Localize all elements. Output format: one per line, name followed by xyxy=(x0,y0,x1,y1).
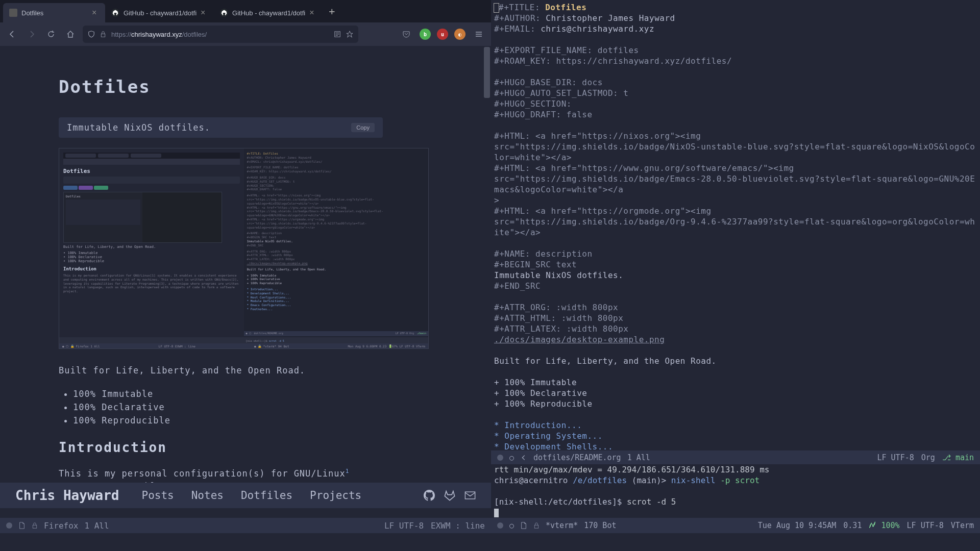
nav-brand[interactable]: Chris Hayward xyxy=(15,488,119,503)
page-content: Dotfiles Immutable NixOS dotfiles. Copy … xyxy=(0,46,491,508)
position: 170 Bot xyxy=(584,521,616,530)
tab-github-2[interactable]: GitHub - chayward1/dotfi × xyxy=(214,3,323,22)
tab-title: GitHub - chayward1/dotfi xyxy=(232,9,305,17)
section-heading: Introduction xyxy=(59,440,383,455)
home-button[interactable] xyxy=(63,27,78,41)
forward-button[interactable] xyxy=(24,27,39,41)
file-icon xyxy=(520,522,527,529)
extension-ublock-icon[interactable]: u xyxy=(437,29,448,40)
reader-icon[interactable] xyxy=(334,31,341,38)
gitlab-icon[interactable] xyxy=(444,490,455,501)
svg-rect-3 xyxy=(33,525,37,528)
major-mode: Org xyxy=(921,453,935,462)
vterm-buffer[interactable]: rtt min/avg/max/mdev = 49.294/186.651/36… xyxy=(491,464,980,518)
file-icon xyxy=(18,522,26,529)
svg-rect-2 xyxy=(465,492,475,499)
load-avg: 0.31 xyxy=(843,521,862,530)
screenshot-image: Dotfiles Dotfiles Built for Life, Libert… xyxy=(59,148,429,349)
feature-list: 100% Immutable 100% Declarative 100% Rep… xyxy=(59,389,383,425)
git-branch: ⎇ main xyxy=(942,453,974,462)
browser-tabs: Dotfiles × GitHub - chayward1/dotfi × Gi… xyxy=(0,0,491,22)
url-bar[interactable]: https://chrishayward.xyz/dotfiles/ xyxy=(83,26,358,43)
modeline-right: ○ *vterm* 170 Bot Tue Aug 10 9:45AM 0.31… xyxy=(491,518,980,533)
code-block: Immutable NixOS dotfiles. Copy xyxy=(59,117,383,138)
browser-toolbar: https://chrishayward.xyz/dotfiles/ b u ◐ xyxy=(0,22,491,46)
url-text: https://chrishayward.xyz/dotfiles/ xyxy=(111,31,207,38)
page-title: Dotfiles xyxy=(59,77,383,97)
status-dot-icon xyxy=(6,522,12,529)
nav-projects[interactable]: Projects xyxy=(310,489,361,502)
close-icon[interactable]: × xyxy=(201,9,208,16)
encoding: LF UTF-8 xyxy=(877,453,914,462)
status-dot-icon xyxy=(497,455,503,461)
lock-icon xyxy=(100,31,106,37)
modeline-left: Firefox 1 All LF UTF-8 EXWM : line xyxy=(0,518,491,533)
status-dot-icon xyxy=(497,522,503,529)
tab-title: GitHub - chayward1/dotfi xyxy=(124,9,197,17)
encoding: LF UTF-8 xyxy=(384,521,424,531)
back-button[interactable] xyxy=(5,27,19,41)
nav-dotfiles[interactable]: Dotfiles xyxy=(241,489,292,502)
nav-notes[interactable]: Notes xyxy=(191,489,224,502)
list-item: 100% Reproducible xyxy=(73,415,383,425)
site-nav: Chris Hayward Posts Notes Dotfiles Proje… xyxy=(0,483,491,508)
modeline-org: ○ dotfiles/README.org 1 All LF UTF-8 Org… xyxy=(491,450,980,464)
circle-icon: ○ xyxy=(509,453,514,462)
favicon-icon xyxy=(9,9,17,17)
buffer-path: dotfiles/README.org xyxy=(533,453,621,462)
position: 1 All xyxy=(627,453,650,462)
close-icon[interactable]: × xyxy=(309,9,316,16)
buffer-name: *vterm* xyxy=(546,521,578,530)
encoding: LF UTF-8 xyxy=(907,521,944,530)
tab-dotfiles[interactable]: Dotfiles × xyxy=(3,3,105,22)
mail-icon[interactable] xyxy=(464,490,476,501)
lock-icon xyxy=(533,522,540,529)
svg-rect-0 xyxy=(101,34,105,37)
github-icon xyxy=(220,9,228,17)
circle-icon: ○ xyxy=(509,521,514,530)
chevron-left-icon xyxy=(520,454,527,461)
scrollbar[interactable] xyxy=(484,47,490,98)
github-icon[interactable] xyxy=(424,490,435,501)
github-icon xyxy=(111,9,119,17)
shield-icon xyxy=(88,31,95,38)
tab-title: Dotfiles xyxy=(21,9,88,17)
lock-icon xyxy=(32,522,38,529)
extension-bitwarden-icon[interactable]: b xyxy=(420,29,431,40)
buffer-name: Firefox xyxy=(44,521,78,531)
bookmark-icon[interactable] xyxy=(346,31,353,38)
list-item: 100% Declarative xyxy=(73,402,383,412)
tab-github-1[interactable]: GitHub - chayward1/dotfi × xyxy=(105,3,214,22)
close-icon[interactable]: × xyxy=(92,9,99,16)
copy-button[interactable]: Copy xyxy=(351,123,375,132)
datetime: Tue Aug 10 9:45AM xyxy=(758,521,837,530)
new-tab-button[interactable]: + xyxy=(323,0,341,22)
nav-posts[interactable]: Posts xyxy=(142,489,174,502)
extension-icon[interactable]: ◐ xyxy=(454,29,465,40)
code-text: Immutable NixOS dotfiles. xyxy=(67,122,210,133)
position: 1 All xyxy=(84,521,109,531)
list-item: 100% Immutable xyxy=(73,389,383,399)
minibuffer[interactable] xyxy=(0,533,980,551)
battery-icon: 🗲 100% xyxy=(869,521,899,530)
tagline: Built for Life, Liberty, and the Open Ro… xyxy=(59,364,383,378)
menu-icon[interactable] xyxy=(472,27,486,41)
major-mode: VTerm xyxy=(951,521,974,530)
org-buffer[interactable]: #+TITLE: Dotfiles #+AUTHOR: Christopher … xyxy=(491,0,980,450)
major-mode: EXWM : line xyxy=(431,521,485,531)
pocket-icon[interactable] xyxy=(399,27,413,41)
reload-button[interactable] xyxy=(44,27,58,41)
svg-rect-4 xyxy=(534,525,538,528)
